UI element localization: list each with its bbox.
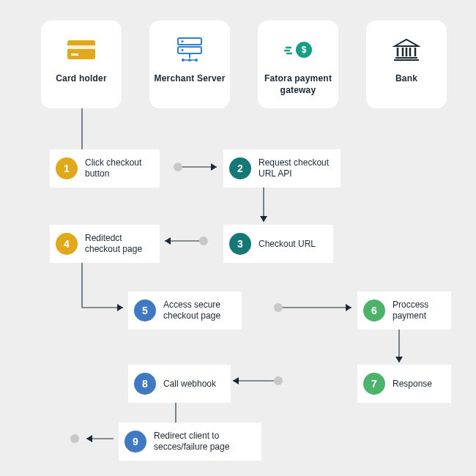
step-1: 1 Click checkout button <box>50 149 160 187</box>
step-label: Reditedct checkout page <box>85 233 152 255</box>
step-number: 8 <box>134 373 156 395</box>
step-number: 9 <box>124 431 146 453</box>
step-number: 7 <box>363 373 385 395</box>
step-7: 7 Response <box>357 365 451 403</box>
fatora-logo-icon: $ <box>282 34 314 66</box>
entity-label: Bank <box>395 73 417 85</box>
svg-text:$: $ <box>302 45 307 55</box>
step-number: 1 <box>56 157 78 179</box>
step-number: 6 <box>363 300 385 321</box>
step-label: Proccess payment <box>393 300 444 321</box>
svg-point-2 <box>274 303 283 312</box>
bank-icon <box>393 34 420 66</box>
entity-fatora-gateway: $ Fatora payment gateway <box>258 21 338 108</box>
svg-point-10 <box>181 40 183 42</box>
step-2: 2 Request checkout URL API <box>223 149 341 187</box>
step-label: Request checkout URL API <box>259 157 333 179</box>
step-4: 4 Reditedct checkout page <box>50 225 160 263</box>
svg-point-1 <box>199 237 208 245</box>
step-label: Checkout URL <box>259 239 316 250</box>
entity-label: Card holder <box>56 73 107 85</box>
step-label: Response <box>393 379 432 390</box>
step-6: 6 Proccess payment <box>357 291 451 330</box>
entity-bank: Bank <box>366 21 447 108</box>
step-9: 9 Redirect client to secces/failure page <box>119 423 261 461</box>
entity-card-holder: Card holder <box>41 21 122 108</box>
step-label: Redirect client to secces/failure page <box>154 431 254 453</box>
svg-point-11 <box>181 49 183 51</box>
step-5: 5 Access secure checkout page <box>128 291 242 330</box>
step-label: Click checkout button <box>85 157 152 179</box>
entity-label: Fatora payment gateway <box>258 73 338 96</box>
step-label: Call webhook <box>163 379 216 390</box>
step-number: 4 <box>56 233 78 255</box>
step-label: Access secure checkout page <box>163 300 234 321</box>
entity-merchant-server: Merchant Server <box>149 21 230 108</box>
svg-rect-5 <box>67 40 95 59</box>
svg-point-3 <box>274 376 283 385</box>
svg-point-4 <box>70 434 79 443</box>
svg-rect-7 <box>71 53 78 56</box>
step-number: 2 <box>229 157 251 179</box>
server-icon <box>176 34 204 66</box>
step-8: 8 Call webhook <box>128 365 231 403</box>
step-3: 3 Checkout URL <box>223 225 333 263</box>
step-number: 3 <box>229 233 251 255</box>
credit-card-icon <box>67 34 96 66</box>
entity-label: Merchant Server <box>154 73 225 85</box>
svg-rect-6 <box>67 45 95 49</box>
svg-point-0 <box>174 163 182 171</box>
step-number: 5 <box>134 300 156 321</box>
